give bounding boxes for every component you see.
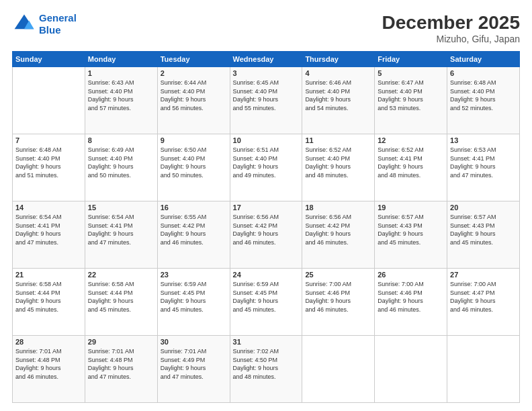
- day-info: Sunrise: 6:47 AM Sunset: 4:40 PM Dayligh…: [378, 79, 444, 112]
- day-number: 29: [88, 338, 154, 346]
- logo: General Blue: [12, 12, 77, 36]
- day-info: Sunrise: 6:59 AM Sunset: 4:45 PM Dayligh…: [233, 280, 300, 314]
- week-row-5: 28Sunrise: 7:01 AM Sunset: 4:48 PM Dayli…: [13, 336, 520, 403]
- day-number: 17: [233, 203, 300, 212]
- day-number: 10: [233, 136, 300, 144]
- day-info: Sunrise: 6:48 AM Sunset: 4:40 PM Dayligh…: [450, 79, 517, 112]
- day-cell: 2Sunrise: 6:44 AM Sunset: 4:40 PM Daylig…: [157, 67, 230, 134]
- day-cell: [375, 336, 447, 403]
- day-number: 25: [305, 271, 371, 279]
- day-cell: 7Sunrise: 6:48 AM Sunset: 4:40 PM Daylig…: [13, 134, 85, 201]
- day-cell: 20Sunrise: 6:57 AM Sunset: 4:43 PM Dayli…: [447, 201, 520, 269]
- day-number: 22: [88, 271, 154, 279]
- day-info: Sunrise: 6:45 AM Sunset: 4:40 PM Dayligh…: [233, 79, 300, 112]
- day-header-monday: Monday: [85, 52, 157, 67]
- day-number: 13: [450, 136, 517, 144]
- day-number: 26: [378, 271, 444, 279]
- page: General Blue December 2025 Mizuho, Gifu,…: [0, 0, 532, 411]
- day-number: 19: [378, 203, 444, 212]
- day-header-saturday: Saturday: [447, 52, 520, 67]
- day-number: 11: [305, 136, 371, 144]
- day-cell: [13, 67, 85, 134]
- day-cell: 1Sunrise: 6:43 AM Sunset: 4:40 PM Daylig…: [85, 67, 157, 134]
- day-cell: 3Sunrise: 6:45 AM Sunset: 4:40 PM Daylig…: [230, 67, 302, 134]
- day-number: 6: [450, 69, 517, 77]
- day-info: Sunrise: 6:58 AM Sunset: 4:44 PM Dayligh…: [15, 280, 82, 314]
- calendar-header-row: SundayMondayTuesdayWednesdayThursdayFrid…: [13, 52, 520, 67]
- header: General Blue December 2025 Mizuho, Gifu,…: [12, 12, 520, 44]
- day-number: 3: [233, 69, 300, 77]
- day-cell: 13Sunrise: 6:53 AM Sunset: 4:41 PM Dayli…: [447, 134, 520, 201]
- day-cell: 30Sunrise: 7:01 AM Sunset: 4:49 PM Dayli…: [157, 336, 230, 403]
- day-cell: 25Sunrise: 7:00 AM Sunset: 4:46 PM Dayli…: [302, 269, 375, 336]
- day-info: Sunrise: 6:52 AM Sunset: 4:40 PM Dayligh…: [305, 146, 371, 179]
- day-header-friday: Friday: [375, 52, 447, 67]
- day-cell: 4Sunrise: 6:46 AM Sunset: 4:40 PM Daylig…: [302, 67, 375, 134]
- day-cell: 28Sunrise: 7:01 AM Sunset: 4:48 PM Dayli…: [13, 336, 85, 403]
- day-cell: 10Sunrise: 6:51 AM Sunset: 4:40 PM Dayli…: [230, 134, 302, 201]
- day-header-tuesday: Tuesday: [157, 52, 230, 67]
- day-number: 8: [88, 136, 154, 144]
- day-number: 1: [88, 69, 154, 77]
- day-info: Sunrise: 6:57 AM Sunset: 4:43 PM Dayligh…: [378, 213, 444, 246]
- day-info: Sunrise: 6:48 AM Sunset: 4:40 PM Dayligh…: [15, 146, 82, 179]
- day-info: Sunrise: 6:49 AM Sunset: 4:40 PM Dayligh…: [88, 146, 154, 179]
- day-info: Sunrise: 6:43 AM Sunset: 4:40 PM Dayligh…: [88, 79, 154, 112]
- day-info: Sunrise: 6:44 AM Sunset: 4:40 PM Dayligh…: [161, 79, 227, 112]
- day-cell: 12Sunrise: 6:52 AM Sunset: 4:41 PM Dayli…: [375, 134, 447, 201]
- day-info: Sunrise: 6:50 AM Sunset: 4:40 PM Dayligh…: [161, 146, 227, 179]
- calendar: SundayMondayTuesdayWednesdayThursdayFrid…: [12, 51, 520, 403]
- day-cell: 9Sunrise: 6:50 AM Sunset: 4:40 PM Daylig…: [157, 134, 230, 201]
- day-number: 9: [161, 136, 227, 144]
- day-number: 7: [15, 136, 82, 144]
- day-info: Sunrise: 6:54 AM Sunset: 4:41 PM Dayligh…: [15, 213, 82, 246]
- logo-line2: Blue: [39, 24, 61, 36]
- day-info: Sunrise: 6:51 AM Sunset: 4:40 PM Dayligh…: [233, 146, 300, 179]
- title-block: December 2025 Mizuho, Gifu, Japan: [382, 12, 520, 44]
- day-number: 18: [305, 203, 371, 212]
- subtitle: Mizuho, Gifu, Japan: [382, 34, 520, 44]
- day-cell: 16Sunrise: 6:55 AM Sunset: 4:42 PM Dayli…: [157, 201, 230, 269]
- day-info: Sunrise: 7:01 AM Sunset: 4:48 PM Dayligh…: [88, 347, 154, 381]
- day-number: 21: [15, 271, 82, 279]
- day-cell: 17Sunrise: 6:56 AM Sunset: 4:42 PM Dayli…: [230, 201, 302, 269]
- day-cell: 19Sunrise: 6:57 AM Sunset: 4:43 PM Dayli…: [375, 201, 447, 269]
- day-number: 24: [233, 271, 300, 279]
- day-info: Sunrise: 6:55 AM Sunset: 4:42 PM Dayligh…: [161, 213, 227, 246]
- day-number: 4: [305, 69, 371, 77]
- day-number: 5: [378, 69, 444, 77]
- day-info: Sunrise: 6:53 AM Sunset: 4:41 PM Dayligh…: [450, 146, 517, 179]
- day-number: 2: [161, 69, 227, 77]
- day-info: Sunrise: 7:02 AM Sunset: 4:50 PM Dayligh…: [233, 347, 300, 381]
- day-number: 12: [378, 136, 444, 144]
- day-number: 28: [15, 338, 82, 346]
- week-row-3: 14Sunrise: 6:54 AM Sunset: 4:41 PM Dayli…: [13, 201, 520, 269]
- day-number: 23: [161, 271, 227, 279]
- day-cell: [447, 336, 520, 403]
- day-number: 14: [15, 203, 82, 212]
- day-header-wednesday: Wednesday: [230, 52, 302, 67]
- day-cell: 26Sunrise: 7:00 AM Sunset: 4:46 PM Dayli…: [375, 269, 447, 336]
- logo-icon: [12, 12, 36, 36]
- day-cell: 24Sunrise: 6:59 AM Sunset: 4:45 PM Dayli…: [230, 269, 302, 336]
- day-info: Sunrise: 6:54 AM Sunset: 4:41 PM Dayligh…: [88, 213, 154, 246]
- day-info: Sunrise: 6:59 AM Sunset: 4:45 PM Dayligh…: [161, 280, 227, 314]
- day-info: Sunrise: 7:00 AM Sunset: 4:47 PM Dayligh…: [450, 280, 517, 314]
- day-cell: 11Sunrise: 6:52 AM Sunset: 4:40 PM Dayli…: [302, 134, 375, 201]
- day-cell: 23Sunrise: 6:59 AM Sunset: 4:45 PM Dayli…: [157, 269, 230, 336]
- day-cell: 31Sunrise: 7:02 AM Sunset: 4:50 PM Dayli…: [230, 336, 302, 403]
- day-header-sunday: Sunday: [13, 52, 85, 67]
- week-row-4: 21Sunrise: 6:58 AM Sunset: 4:44 PM Dayli…: [13, 269, 520, 336]
- day-cell: 14Sunrise: 6:54 AM Sunset: 4:41 PM Dayli…: [13, 201, 85, 269]
- week-row-1: 1Sunrise: 6:43 AM Sunset: 4:40 PM Daylig…: [13, 67, 520, 134]
- day-info: Sunrise: 7:00 AM Sunset: 4:46 PM Dayligh…: [305, 280, 371, 314]
- day-cell: 15Sunrise: 6:54 AM Sunset: 4:41 PM Dayli…: [85, 201, 157, 269]
- day-info: Sunrise: 7:00 AM Sunset: 4:46 PM Dayligh…: [378, 280, 444, 314]
- day-cell: 5Sunrise: 6:47 AM Sunset: 4:40 PM Daylig…: [375, 67, 447, 134]
- day-info: Sunrise: 7:01 AM Sunset: 4:49 PM Dayligh…: [161, 347, 227, 381]
- main-title: December 2025: [382, 12, 520, 34]
- day-cell: 8Sunrise: 6:49 AM Sunset: 4:40 PM Daylig…: [85, 134, 157, 201]
- day-number: 20: [450, 203, 517, 212]
- day-info: Sunrise: 6:56 AM Sunset: 4:42 PM Dayligh…: [233, 213, 300, 246]
- day-cell: [302, 336, 375, 403]
